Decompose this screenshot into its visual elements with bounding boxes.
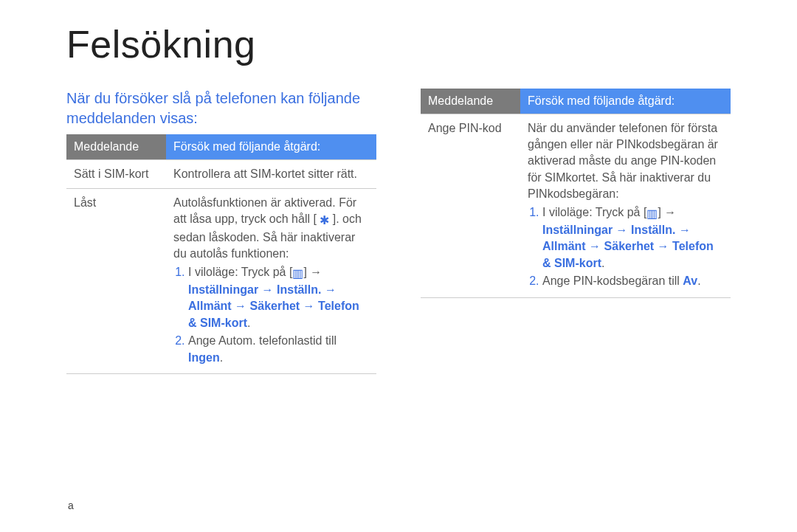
menu-icon: ▥	[292, 266, 303, 282]
table-row: Ange PIN-kod När du använder telefonen f…	[421, 114, 731, 297]
row-message: Sätt i SIM-kort	[66, 159, 166, 188]
star-icon: ✱	[320, 213, 329, 229]
step2-plain: Ange PIN-kodsbegäran till	[542, 274, 683, 287]
row-action: Kontrollera att SIM-kortet sitter rätt.	[166, 159, 376, 188]
list-item: Ange PIN-kodsbegäran till Av.	[542, 273, 723, 289]
action-intro-pre: Autolåsfunktionen är aktiverad. För att …	[173, 196, 356, 225]
step-plain-suf: ] →	[658, 206, 676, 218]
step-bold: Inställningar → Inställn. → Allmänt → Sä…	[542, 224, 714, 269]
step-bold: Inställningar → Inställn. → Allmänt → Sä…	[188, 283, 359, 329]
page-marker: a	[68, 500, 74, 511]
step2-bold: Ingen	[188, 351, 220, 364]
table-header-row: Meddelande Försök med följande åtgärd:	[66, 134, 376, 159]
step2-tail: .	[220, 351, 223, 364]
table-row: Låst Autolåsfunktionen är aktiverad. För…	[66, 188, 376, 373]
header-message: Meddelande	[66, 134, 166, 159]
right-table: Meddelande Försök med följande åtgärd: A…	[421, 89, 731, 298]
menu-icon: ▥	[646, 206, 658, 222]
step-plain-pre: I viloläge: Tryck på [	[542, 206, 646, 218]
list-item: Ange Autom. telefonlastid till Ingen.	[188, 333, 369, 366]
step2-tail: .	[697, 274, 700, 287]
header-action: Försök med följande åtgärd:	[166, 134, 376, 159]
header-action: Försök med följande åtgärd:	[520, 89, 731, 114]
table-row: Sätt i SIM-kort Kontrollera att SIM-kort…	[66, 159, 376, 188]
page: Felsökning När du försöker slå på telefo…	[0, 0, 797, 532]
intro-text: När du försöker slå på telefonen kan föl…	[66, 89, 376, 128]
list-item: I viloläge: Tryck på [▥] → Inställningar…	[188, 264, 369, 332]
row-message: Låst	[66, 188, 166, 373]
step-plain-pre: I viloläge: Tryck på [	[188, 266, 292, 278]
header-message: Meddelande	[421, 89, 520, 114]
step-tail: .	[601, 257, 604, 269]
page-title: Felsökning	[66, 22, 731, 66]
list-item: I viloläge: Tryck på [▥] → Inställningar…	[542, 204, 723, 272]
right-column: Meddelande Försök med följande åtgärd: A…	[421, 89, 731, 374]
row-action: Autolåsfunktionen är aktiverad. För att …	[166, 188, 376, 373]
columns: När du försöker slå på telefonen kan föl…	[66, 89, 731, 374]
steps-list: I viloläge: Tryck på [▥] → Inställningar…	[528, 204, 723, 290]
step-plain-suf: ] →	[303, 266, 322, 278]
row-action: När du använder telefonen för första gån…	[520, 114, 731, 297]
left-column: När du försöker slå på telefonen kan föl…	[66, 89, 376, 374]
step2-plain: Ange Autom. telefonlastid till	[188, 334, 337, 347]
row-message: Ange PIN-kod	[421, 114, 520, 297]
step2-bold: Av	[683, 274, 697, 287]
action-intro: När du använder telefonen för första gån…	[528, 122, 718, 201]
table-header-row: Meddelande Försök med följande åtgärd:	[421, 89, 731, 114]
step-tail: .	[247, 317, 250, 329]
left-table: Meddelande Försök med följande åtgärd: S…	[66, 134, 376, 374]
steps-list: I viloläge: Tryck på [▥] → Inställningar…	[173, 264, 369, 366]
